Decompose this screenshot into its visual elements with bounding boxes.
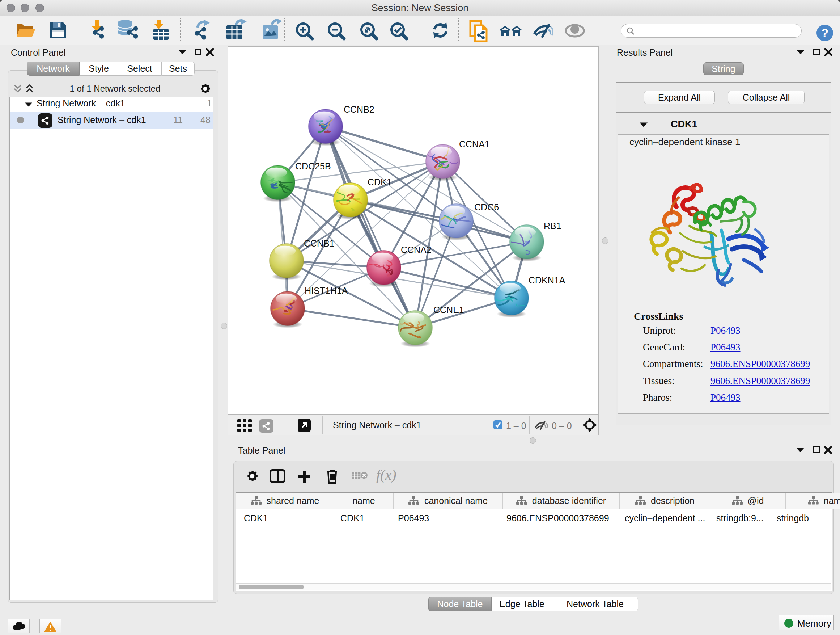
- svg-text:CCNE1: CCNE1: [433, 305, 464, 315]
- svg-text:HIST1H1A: HIST1H1A: [305, 286, 348, 296]
- svg-text:CCNA2: CCNA2: [401, 245, 431, 255]
- svg-text:CDC6: CDC6: [474, 202, 499, 212]
- svg-text:CDC25B: CDC25B: [295, 161, 331, 171]
- svg-text:CCNB2: CCNB2: [344, 104, 374, 114]
- svg-text:CDK1: CDK1: [368, 177, 392, 187]
- svg-text:CCNB1: CCNB1: [304, 238, 335, 249]
- svg-text:CDKN1A: CDKN1A: [529, 275, 565, 285]
- svg-text:RB1: RB1: [544, 221, 561, 231]
- svg-text:CCNA1: CCNA1: [459, 139, 490, 149]
